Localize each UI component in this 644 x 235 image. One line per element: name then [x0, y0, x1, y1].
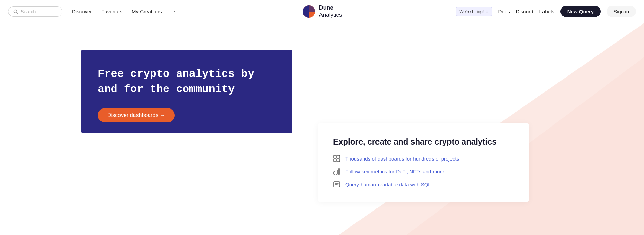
search-placeholder: Search... [21, 9, 40, 14]
hiring-badge[interactable]: We're hiring! × [456, 7, 492, 16]
signin-button[interactable]: Sign in [607, 6, 636, 17]
info-items: Thousands of dashboards for hundreds of … [333, 155, 514, 188]
svg-line-1 [17, 12, 18, 14]
info-item-query: Query human-readable data with SQL [333, 181, 514, 188]
svg-rect-10 [336, 170, 337, 174]
hero-title-line1: Free crypto analytics by [98, 68, 254, 80]
new-query-button[interactable]: New Query [560, 6, 601, 17]
logo-text: Dune Analytics [319, 4, 342, 18]
svg-rect-6 [337, 155, 340, 158]
info-item-metrics: Follow key metrics for DeFi, NFTs and mo… [333, 168, 514, 175]
svg-rect-5 [334, 155, 336, 158]
nav-more-button[interactable]: ··· [171, 8, 178, 15]
nav-links: Discover Favorites My Creations ··· [72, 8, 178, 15]
info-item-text-metrics: Follow key metrics for DeFi, NFTs and mo… [345, 169, 444, 174]
svg-rect-9 [334, 172, 335, 174]
info-title: Explore, create and share crypto analyti… [333, 137, 514, 147]
logo-dune: Dune [319, 4, 342, 11]
query-icon [333, 181, 341, 188]
nav-discover[interactable]: Discover [72, 9, 92, 14]
dashboard-icon [333, 155, 341, 162]
hiring-label: We're hiring! [459, 9, 484, 14]
nav-my-creations[interactable]: My Creations [132, 9, 162, 14]
nav-docs[interactable]: Docs [498, 9, 510, 14]
logo-area[interactable]: Dune Analytics [302, 4, 342, 18]
nav-labels[interactable]: Labels [539, 9, 554, 14]
nav-favorites[interactable]: Favorites [101, 9, 122, 14]
search-box[interactable]: Search... [8, 6, 62, 17]
svg-rect-7 [334, 159, 336, 162]
logo-analytics: Analytics [319, 12, 342, 18]
main-content: Free crypto analytics by and for the com… [0, 23, 644, 235]
info-item-text-query: Query human-readable data with SQL [345, 182, 431, 187]
info-item-dashboards: Thousands of dashboards for hundreds of … [333, 155, 514, 162]
hero-title: Free crypto analytics by and for the com… [98, 67, 276, 97]
svg-rect-12 [334, 182, 340, 187]
chart-icon [333, 168, 341, 175]
info-item-text-dashboards: Thousands of dashboards for hundreds of … [345, 156, 459, 162]
search-icon [13, 9, 18, 14]
svg-rect-11 [338, 169, 340, 174]
nav-right: We're hiring! × Docs Discord Labels New … [456, 6, 636, 17]
hero-card: Free crypto analytics by and for the com… [81, 50, 292, 133]
navbar: Search... Discover Favorites My Creation… [0, 0, 644, 23]
nav-discord[interactable]: Discord [516, 9, 533, 14]
hero-title-line2: and for the community [98, 83, 235, 96]
discover-dashboards-button[interactable]: Discover dashboards → [98, 108, 175, 122]
svg-rect-8 [337, 159, 340, 162]
logo-icon [302, 5, 315, 18]
hiring-close-icon[interactable]: × [486, 9, 488, 14]
info-card: Explore, create and share crypto analyti… [318, 123, 529, 202]
